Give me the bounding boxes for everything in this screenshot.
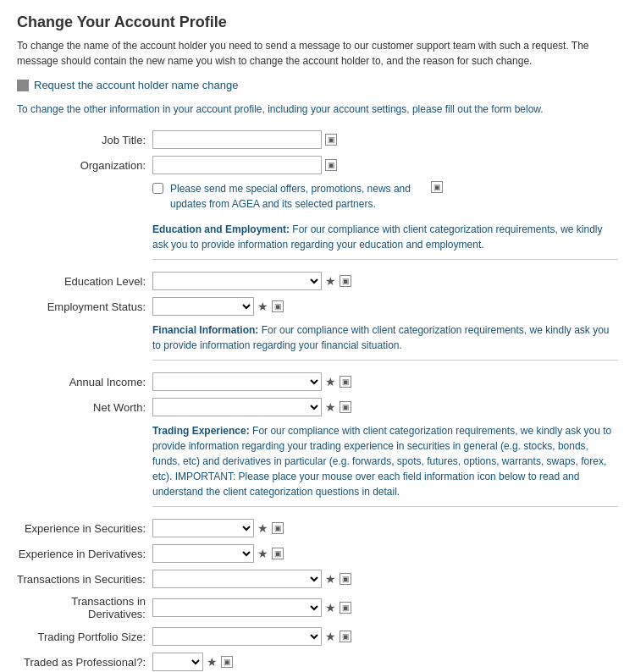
trading-portfolio-label: Trading Portfolio Size: (17, 631, 152, 643)
financial-section-title: Financial Information: (152, 324, 258, 336)
job-title-input[interactable] (152, 130, 322, 149)
trading-portfolio-star-icon: ★ (325, 630, 336, 643)
exp-derivatives-label: Experience in Derivatives: (17, 548, 152, 560)
profile-form: Job Title: ▣ Organization: ▣ Please send… (17, 130, 618, 672)
trading-portfolio-info-icon[interactable]: ▣ (340, 631, 351, 642)
trans-derivatives-star-icon: ★ (325, 601, 336, 614)
trans-securities-label: Transactions in Securities: (17, 573, 152, 586)
trading-section-info: Trading Experience: For our compliance w… (152, 423, 618, 507)
trans-securities-input-wrap: ★ ▣ (152, 570, 351, 588)
education-level-info-icon[interactable]: ▣ (340, 275, 351, 287)
trading-section-title: Trading Experience: (152, 425, 250, 437)
annual-income-info-icon[interactable]: ▣ (340, 376, 351, 388)
net-worth-star-icon: ★ (325, 400, 336, 414)
trading-portfolio-select[interactable] (152, 627, 322, 646)
financial-section-info: Financial Information: For our complianc… (152, 322, 618, 361)
exp-securities-input-wrap: ★ ▣ (152, 519, 284, 537)
trans-derivatives-row: Transactions in Derivatives: ★ ▣ (17, 595, 618, 620)
trans-securities-info-icon[interactable]: ▣ (340, 573, 351, 585)
employment-status-star-icon: ★ (257, 300, 268, 313)
name-change-link[interactable]: Request the account holder name change (34, 79, 238, 91)
offers-checkbox-label: Please send me special offers, promotion… (170, 181, 424, 212)
traded-professional-select[interactable] (152, 653, 203, 671)
annual-income-label: Annual Income: (17, 376, 152, 388)
organization-label: Organization: (17, 159, 152, 172)
traded-professional-star-icon: ★ (207, 655, 218, 669)
trans-derivatives-input-wrap: ★ ▣ (152, 598, 351, 617)
net-worth-input-wrap: ★ ▣ (152, 398, 351, 416)
organization-info-icon[interactable]: ▣ (325, 159, 337, 171)
job-title-row: Job Title: ▣ (17, 130, 618, 149)
traded-professional-info-icon[interactable]: ▣ (221, 656, 233, 668)
trading-portfolio-input-wrap: ★ ▣ (152, 627, 351, 646)
square-icon (17, 80, 29, 91)
offers-checkbox-row: Please send me special offers, promotion… (152, 181, 618, 212)
annual-income-input-wrap: ★ ▣ (152, 372, 351, 391)
trans-derivatives-select[interactable] (152, 598, 322, 617)
education-level-row: Education Level: ★ ▣ (17, 272, 618, 290)
exp-derivatives-select[interactable] (152, 544, 254, 563)
organization-row: Organization: ▣ (17, 156, 618, 174)
education-level-star-icon: ★ (325, 274, 336, 288)
net-worth-row: Net Worth: ★ ▣ (17, 398, 618, 416)
employment-status-label: Employment Status: (17, 300, 152, 313)
offers-checkbox[interactable] (152, 183, 163, 194)
trans-securities-row: Transactions in Securities: ★ ▣ (17, 570, 618, 588)
net-worth-select[interactable] (152, 398, 322, 416)
intro-text: To change the name of the account holder… (17, 38, 618, 69)
financial-section-text: Financial Information: For our complianc… (152, 322, 618, 353)
trading-section-text: Trading Experience: For our compliance w… (152, 423, 618, 499)
organization-input[interactable] (152, 156, 322, 174)
trans-securities-select[interactable] (152, 570, 322, 588)
name-change-section: Request the account holder name change (17, 79, 618, 91)
education-level-input-wrap: ★ ▣ (152, 272, 351, 290)
employment-status-row: Employment Status: ★ ▣ (17, 297, 618, 316)
trans-derivatives-info-icon[interactable]: ▣ (340, 602, 351, 614)
exp-derivatives-input-wrap: ★ ▣ (152, 544, 284, 563)
organization-input-wrap: ▣ (152, 156, 337, 174)
page-title: Change Your Account Profile (17, 14, 618, 31)
annual-income-select[interactable] (152, 372, 322, 391)
traded-professional-input-wrap: ★ ▣ (152, 653, 233, 671)
offers-info-icon[interactable]: ▣ (431, 181, 443, 193)
annual-income-row: Annual Income: ★ ▣ (17, 372, 618, 391)
exp-derivatives-row: Experience in Derivatives: ★ ▣ (17, 544, 618, 563)
exp-securities-label: Experience in Securities: (17, 522, 152, 535)
job-title-info-icon[interactable]: ▣ (325, 134, 337, 146)
education-section-info: Education and Employment: For our compli… (152, 222, 618, 260)
job-title-label: Job Title: (17, 134, 152, 146)
traded-professional-row: Traded as Professional?: ★ ▣ (17, 653, 618, 671)
subtext: To change the other information in your … (17, 102, 618, 117)
education-section-title: Education and Employment: (152, 223, 290, 235)
employment-status-select[interactable] (152, 297, 254, 316)
education-section-text: Education and Employment: For our compli… (152, 222, 618, 252)
employment-status-info-icon[interactable]: ▣ (272, 300, 284, 312)
annual-income-star-icon: ★ (325, 375, 336, 388)
trading-portfolio-row: Trading Portfolio Size: ★ ▣ (17, 627, 618, 646)
traded-professional-label: Traded as Professional?: (17, 656, 152, 669)
net-worth-label: Net Worth: (17, 401, 152, 414)
employment-status-input-wrap: ★ ▣ (152, 297, 284, 316)
job-title-input-wrap: ▣ (152, 130, 337, 149)
exp-securities-select[interactable] (152, 519, 254, 537)
exp-securities-star-icon: ★ (257, 521, 268, 535)
trans-securities-star-icon: ★ (325, 572, 336, 586)
exp-derivatives-star-icon: ★ (257, 547, 268, 560)
education-level-select[interactable] (152, 272, 322, 290)
exp-securities-row: Experience in Securities: ★ ▣ (17, 519, 618, 537)
exp-securities-info-icon[interactable]: ▣ (272, 522, 284, 534)
net-worth-info-icon[interactable]: ▣ (340, 401, 351, 413)
exp-derivatives-info-icon[interactable]: ▣ (272, 548, 284, 559)
trans-derivatives-label: Transactions in Derivatives: (17, 595, 152, 620)
education-level-label: Education Level: (17, 275, 152, 288)
